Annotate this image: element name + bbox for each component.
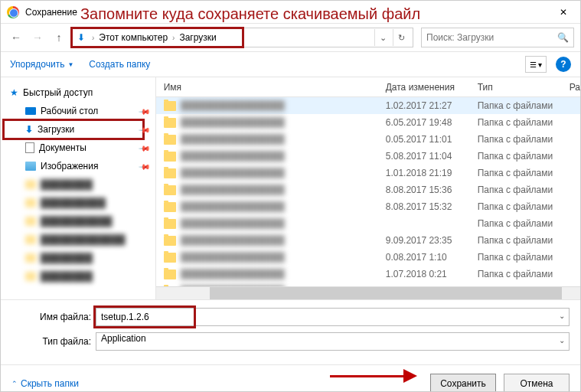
folder-icon [164,185,176,195]
folder-icon [164,236,176,246]
sidebar-images[interactable]: Изображения 📌 [1,157,155,175]
file-row[interactable]: ████████████████ 8.08.2017 15:32 Папка с… [156,198,580,215]
file-name-blurred: ████████████████ [181,185,386,195]
file-name-blurred: ████████████████ [181,168,386,178]
horizontal-scrollbar[interactable] [156,286,580,299]
file-name-blurred: ████████████████ [181,100,386,111]
folder-icon [164,152,176,162]
save-button[interactable]: Сохранить [430,374,496,393]
back-button[interactable]: ← [7,28,25,47]
file-row[interactable]: ████████████████ 1.02.2017 21:27 Папка с… [156,97,580,114]
file-name-blurred: ████████████████ [181,235,386,246]
column-size[interactable]: Ра [570,82,580,93]
search-input[interactable] [426,32,557,43]
file-row[interactable]: ████████████████ 1.01.2018 21:19 Папка с… [156,165,580,181]
file-date: 1.01.2018 21:19 [386,168,478,178]
file-list[interactable]: ████████████████ 1.02.2017 21:27 Папка с… [156,97,580,286]
sidebar-documents[interactable]: Документы 📌 [1,139,155,157]
search-icon[interactable]: 🔍 [557,32,569,43]
image-icon [25,162,36,171]
help-button[interactable]: ? [556,57,571,72]
folder-icon [164,219,176,229]
sidebar: ★ Быстрый доступ Рабочий стол 📌 ⬇ Загруз… [1,77,156,299]
file-date: 1.02.2017 21:27 [386,100,478,111]
arrow-annotation [330,375,406,377]
folder-icon [164,168,176,178]
document-icon [25,142,34,153]
column-headers: Имя Дата изменения Тип Ра [156,77,580,97]
breadcrumb-dropdown[interactable]: ⌄ [374,29,391,46]
pin-icon: 📌 [139,142,151,154]
chrome-icon [7,6,19,18]
file-date: 6.05.2017 19:48 [386,117,478,128]
sidebar-item-blurred[interactable]: ████████ [1,175,155,194]
refresh-button[interactable]: ↻ [393,29,410,46]
breadcrumb[interactable]: ⬇ › Этот компьютер › Загрузки ⌄ ↻ [71,28,413,47]
file-name-blurred: ████████████████ [181,117,386,128]
sidebar-downloads[interactable]: ⬇ Загрузки 📌 [1,120,155,139]
sidebar-item-blurred[interactable]: ████████ [1,267,155,286]
breadcrumb-item[interactable]: Этот компьютер [99,32,168,43]
file-row[interactable]: ████████████████ 1.07.2018 0:21 Папка с … [156,266,580,283]
file-type: Папка с файлами [478,201,570,212]
sidebar-item-blurred[interactable]: █████████████ [1,230,155,249]
scrollbar-thumb[interactable] [210,287,562,299]
caret-down-icon[interactable]: ⌄ [559,312,565,320]
sidebar-quick-access[interactable]: ★ Быстрый доступ [1,83,155,102]
file-date: 5.08.2017 11:04 [386,151,478,162]
filetype-label: Тип файла: [11,336,96,347]
breadcrumb-item[interactable]: Загрузки [179,32,216,43]
file-row[interactable]: ████████████████ 0.08.2017 1:10 Папка с … [156,249,580,266]
file-type: Папка с файлами [478,168,570,178]
hide-folders-link[interactable]: ⌃ Скрыть папки [11,378,79,389]
file-row[interactable]: ████████████████ Папка с файлами [156,215,580,232]
file-row[interactable]: ████████████████ 0.05.2017 11:01 Папка с… [156,131,580,148]
pin-icon: 📌 [139,123,151,136]
file-row[interactable]: ████████████████ 8.08.2017 15:36 Папка с… [156,181,580,198]
organize-menu[interactable]: Упорядочить ▼ [10,59,73,70]
file-type: Папка с файлами [478,117,570,128]
filetype-select[interactable]: Application [96,332,570,351]
cancel-button[interactable]: Отмена [504,374,570,393]
forward-button[interactable]: → [28,28,47,47]
column-date[interactable]: Дата изменения [386,82,478,93]
file-type: Папка с файлами [478,235,570,246]
new-folder-button[interactable]: Создать папку [89,59,150,70]
filename-label: Имя файла: [11,312,96,322]
star-icon: ★ [10,87,18,98]
column-type[interactable]: Тип [478,82,570,93]
file-row[interactable]: ████████████████ 9.09.2017 23:35 Папка с… [156,232,580,249]
sidebar-item-blurred[interactable]: ██████████ [1,194,155,212]
file-row[interactable]: ████████████████ 5.08.2017 11:04 Папка с… [156,148,580,165]
file-date: 1.07.2018 0:21 [386,269,478,279]
chevron-right-icon: › [89,34,97,42]
desktop-icon [25,107,36,115]
filename-input[interactable] [96,308,570,326]
pin-icon: 📌 [139,105,151,117]
file-name-blurred: ████████████████ [181,218,386,229]
folder-icon [164,202,176,212]
file-type: Папка с файлами [478,185,570,195]
file-date: 0.05.2017 11:01 [386,134,478,145]
file-type: Папка с файлами [478,252,570,263]
caret-down-icon[interactable]: ⌄ [559,336,565,345]
up-button[interactable]: ↑ [50,28,68,47]
folder-icon [164,101,176,111]
file-date: 9.09.2017 23:35 [386,235,478,246]
sidebar-desktop[interactable]: Рабочий стол 📌 [1,102,155,120]
file-type: Папка с файлами [478,100,570,111]
sidebar-item-blurred[interactable]: ████████ [1,249,155,267]
file-type: Папка с файлами [478,151,570,162]
folder-icon [164,135,176,145]
caret-up-icon: ⌃ [11,380,18,387]
close-button[interactable]: ✕ [553,5,574,20]
view-options-button[interactable]: ☰ ▾ [525,56,547,73]
sidebar-item-blurred[interactable]: ███████████ [1,212,155,230]
file-name-blurred: ████████████████ [181,151,386,162]
download-icon: ⬇ [25,124,33,135]
column-name[interactable]: Имя [164,82,386,93]
search-box[interactable]: 🔍 [421,28,574,47]
file-name-blurred: ████████████████ [181,269,386,279]
folder-icon [164,270,176,279]
file-row[interactable]: ████████████████ 6.05.2017 19:48 Папка с… [156,114,580,131]
